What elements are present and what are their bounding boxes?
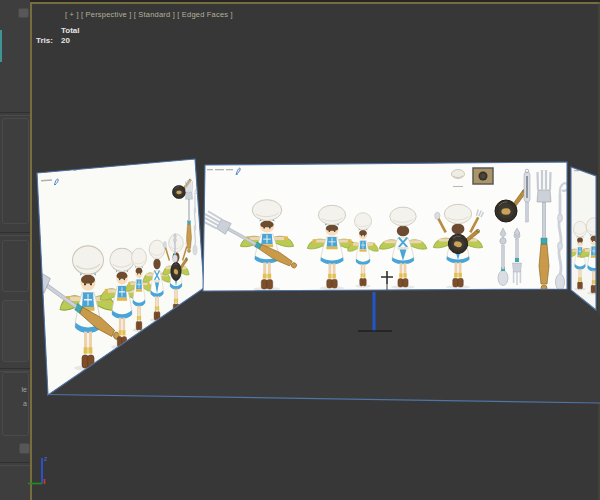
stats-row-label: Tris: [36,36,53,45]
stats-column-header: Total [61,26,80,35]
photo-thumbnail [473,168,493,184]
stats-row-value: 20 [61,36,70,45]
viewport-canvas[interactable]: z [0,0,600,500]
texture-thumbnail [82,164,86,168]
application-window: le a [0,0,600,500]
right-reference-plane[interactable] [568,167,600,310]
axis-z-label: z [44,455,47,462]
front-reference-plane[interactable] [201,162,568,291]
viewport-label-menu[interactable]: [ + ] [ Perspective ] [ Standard ] [ Edg… [65,10,233,19]
world-axis-tripod: z [28,455,47,484]
